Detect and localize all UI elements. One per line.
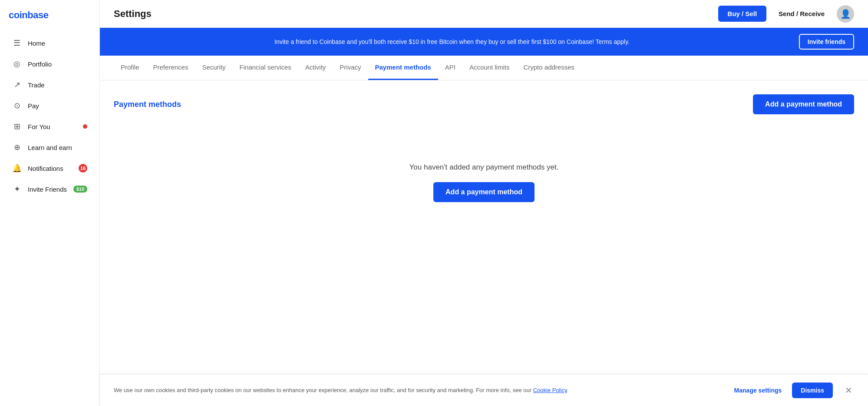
settings-tabs: Profile Preferences Security Financial s… <box>100 56 868 80</box>
sidebar-item-trade[interactable]: ↗ Trade <box>3 75 96 95</box>
notifications-badge: 16 <box>79 164 87 173</box>
sidebar-item-notifications[interactable]: 🔔 Notifications 16 <box>3 158 96 178</box>
notifications-icon: 🔔 <box>12 163 22 173</box>
tab-preferences[interactable]: Preferences <box>146 56 195 80</box>
tab-security[interactable]: Security <box>195 56 232 80</box>
sidebar-item-for-you[interactable]: ⊞ For You <box>3 116 96 136</box>
content-area: Invite a friend to Coinbase and you'll b… <box>100 28 868 406</box>
sidebar-item-label: Notifications <box>28 165 63 172</box>
cookie-banner-text: We use our own cookies and third-party c… <box>114 386 724 395</box>
sidebar-item-label: Learn and earn <box>28 144 72 151</box>
empty-state: You haven't added any payment methods ye… <box>114 128 854 237</box>
sidebar-item-label: Home <box>28 40 45 47</box>
sidebar-logo: coinbase <box>0 0 99 29</box>
header: Settings Buy / Sell Send / Receive 👤 <box>100 0 868 28</box>
invite-friends-button[interactable]: Invite friends <box>799 34 854 50</box>
for-you-badge <box>83 124 87 129</box>
sidebar-item-learn-earn[interactable]: ⊕ Learn and earn <box>3 137 96 157</box>
page-title: Settings <box>114 8 718 20</box>
sidebar-item-portfolio[interactable]: ◎ Portfolio <box>3 54 96 74</box>
tab-account-limits[interactable]: Account limits <box>462 56 517 80</box>
buy-sell-button[interactable]: Buy / Sell <box>718 6 767 22</box>
cookie-banner: We use our own cookies and third-party c… <box>100 374 868 406</box>
tab-privacy[interactable]: Privacy <box>333 56 368 80</box>
section-header: Payment methods Add a payment method <box>114 94 854 114</box>
home-icon: ☰ <box>12 38 22 48</box>
sidebar-item-label: For You <box>28 123 50 130</box>
sidebar-item-label: Pay <box>28 102 39 110</box>
sidebar-item-label: Trade <box>28 81 45 89</box>
sidebar-item-label: Portfolio <box>28 60 52 68</box>
sidebar-item-pay[interactable]: ⊙ Pay <box>3 96 96 116</box>
sidebar-item-label: Invite Friends <box>28 186 67 193</box>
invite-friends-badge: $10 <box>73 186 87 193</box>
invite-friends-icon: ✦ <box>12 184 22 194</box>
section-title: Payment methods <box>114 100 181 109</box>
tab-payment-methods[interactable]: Payment methods <box>368 56 438 80</box>
empty-state-text: You haven't added any payment methods ye… <box>409 163 559 172</box>
sidebar-item-home[interactable]: ☰ Home <box>3 33 96 53</box>
for-you-icon: ⊞ <box>12 122 22 131</box>
header-actions: Buy / Sell Send / Receive 👤 <box>718 5 854 23</box>
learn-earn-icon: ⊕ <box>12 143 22 152</box>
tab-financial-services[interactable]: Financial services <box>233 56 298 80</box>
add-payment-method-button-center[interactable]: Add a payment method <box>433 182 535 202</box>
tab-profile[interactable]: Profile <box>114 56 146 80</box>
manage-settings-button[interactable]: Manage settings <box>734 387 782 394</box>
pay-icon: ⊙ <box>12 101 22 110</box>
promo-banner: Invite a friend to Coinbase and you'll b… <box>100 28 868 56</box>
banner-text: Invite a friend to Coinbase and you'll b… <box>114 38 790 45</box>
tab-activity[interactable]: Activity <box>298 56 333 80</box>
tab-api[interactable]: API <box>438 56 462 80</box>
brand-name: coinbase <box>9 10 48 21</box>
add-payment-method-button-top[interactable]: Add a payment method <box>753 94 854 114</box>
sidebar: coinbase ☰ Home ◎ Portfolio ↗ Trade ⊙ Pa… <box>0 0 100 406</box>
dismiss-button[interactable]: Dismiss <box>792 383 833 398</box>
main-content: Settings Buy / Sell Send / Receive 👤 Inv… <box>100 0 868 406</box>
portfolio-icon: ◎ <box>12 59 22 69</box>
cookie-policy-link[interactable]: Cookie Policy <box>533 387 567 393</box>
payment-methods-section: Payment methods Add a payment method You… <box>100 80 868 251</box>
tab-crypto-addresses[interactable]: Crypto addresses <box>516 56 581 80</box>
avatar[interactable]: 👤 <box>837 5 854 23</box>
sidebar-item-invite-friends[interactable]: ✦ Invite Friends $10 <box>3 179 96 199</box>
trade-icon: ↗ <box>12 80 22 90</box>
close-cookie-banner-button[interactable]: ✕ <box>843 383 854 397</box>
sidebar-nav: ☰ Home ◎ Portfolio ↗ Trade ⊙ Pay ⊞ For Y… <box>0 29 99 406</box>
send-receive-button[interactable]: Send / Receive <box>773 6 830 22</box>
